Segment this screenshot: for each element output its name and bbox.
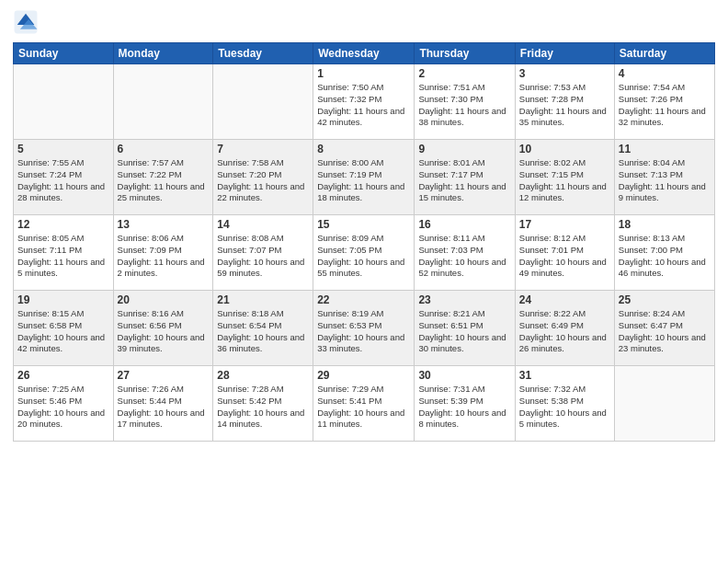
calendar-cell: 27Sunrise: 7:26 AM Sunset: 5:44 PM Dayli…: [113, 366, 213, 442]
day-number: 23: [418, 293, 510, 306]
day-number: 31: [519, 369, 610, 382]
day-number: 12: [17, 218, 109, 231]
calendar-cell: 26Sunrise: 7:25 AM Sunset: 5:46 PM Dayli…: [14, 366, 114, 442]
day-number: 27: [118, 369, 210, 382]
weekday-header-sunday: Sunday: [14, 43, 114, 64]
calendar-cell: 17Sunrise: 8:12 AM Sunset: 7:01 PM Dayli…: [515, 215, 614, 291]
calendar-cell: 20Sunrise: 8:16 AM Sunset: 6:56 PM Dayli…: [113, 291, 213, 366]
day-info: Sunrise: 8:12 AM Sunset: 7:01 PM Dayligh…: [519, 233, 610, 280]
day-info: Sunrise: 8:13 AM Sunset: 7:00 PM Dayligh…: [619, 233, 711, 280]
calendar-cell: 21Sunrise: 8:18 AM Sunset: 6:54 PM Dayli…: [213, 291, 313, 366]
calendar-cell: 11Sunrise: 8:04 AM Sunset: 7:13 PM Dayli…: [614, 140, 714, 215]
calendar-cell: 16Sunrise: 8:11 AM Sunset: 7:03 PM Dayli…: [415, 215, 515, 291]
weekday-header-thursday: Thursday: [415, 43, 515, 64]
calendar-cell: 24Sunrise: 8:22 AM Sunset: 6:49 PM Dayli…: [515, 291, 614, 366]
calendar-cell: 15Sunrise: 8:09 AM Sunset: 7:05 PM Dayli…: [313, 215, 415, 291]
day-number: 9: [418, 143, 510, 155]
day-number: 30: [418, 369, 510, 382]
day-info: Sunrise: 8:00 AM Sunset: 7:19 PM Dayligh…: [317, 157, 410, 204]
day-number: 25: [619, 293, 711, 306]
calendar-week-row: 5Sunrise: 7:55 AM Sunset: 7:24 PM Daylig…: [14, 140, 715, 215]
weekday-header-saturday: Saturday: [614, 43, 714, 64]
day-info: Sunrise: 8:06 AM Sunset: 7:09 PM Dayligh…: [118, 233, 210, 280]
day-number: 11: [619, 143, 711, 155]
day-number: 4: [619, 67, 711, 80]
day-info: Sunrise: 8:01 AM Sunset: 7:17 PM Dayligh…: [418, 157, 510, 204]
day-info: Sunrise: 8:19 AM Sunset: 6:53 PM Dayligh…: [317, 308, 410, 355]
calendar-cell: [14, 64, 114, 140]
weekday-header-monday: Monday: [113, 43, 213, 64]
day-info: Sunrise: 7:28 AM Sunset: 5:42 PM Dayligh…: [217, 384, 309, 431]
calendar-cell: 18Sunrise: 8:13 AM Sunset: 7:00 PM Dayli…: [614, 215, 714, 291]
calendar-cell: 30Sunrise: 7:31 AM Sunset: 5:39 PM Dayli…: [415, 366, 515, 442]
day-number: 22: [317, 293, 410, 306]
calendar-cell: 23Sunrise: 8:21 AM Sunset: 6:51 PM Dayli…: [415, 291, 515, 366]
calendar-cell: 25Sunrise: 8:24 AM Sunset: 6:47 PM Dayli…: [614, 291, 714, 366]
calendar-cell: 8Sunrise: 8:00 AM Sunset: 7:19 PM Daylig…: [313, 140, 415, 215]
day-info: Sunrise: 8:24 AM Sunset: 6:47 PM Dayligh…: [619, 308, 711, 355]
day-number: 5: [17, 143, 109, 155]
day-info: Sunrise: 8:09 AM Sunset: 7:05 PM Dayligh…: [317, 233, 410, 280]
day-info: Sunrise: 8:05 AM Sunset: 7:11 PM Dayligh…: [17, 233, 109, 280]
day-info: Sunrise: 7:32 AM Sunset: 5:38 PM Dayligh…: [519, 384, 610, 431]
day-number: 16: [418, 218, 510, 231]
calendar-cell: [614, 366, 714, 442]
day-info: Sunrise: 8:22 AM Sunset: 6:49 PM Dayligh…: [519, 308, 610, 355]
day-info: Sunrise: 7:57 AM Sunset: 7:22 PM Dayligh…: [118, 157, 210, 204]
calendar-cell: 2Sunrise: 7:51 AM Sunset: 7:30 PM Daylig…: [415, 64, 515, 140]
day-number: 3: [519, 67, 610, 80]
day-number: 24: [519, 293, 610, 306]
day-info: Sunrise: 7:50 AM Sunset: 7:32 PM Dayligh…: [317, 82, 410, 129]
day-info: Sunrise: 8:11 AM Sunset: 7:03 PM Dayligh…: [418, 233, 510, 280]
calendar-cell: 31Sunrise: 7:32 AM Sunset: 5:38 PM Dayli…: [515, 366, 614, 442]
header: [13, 9, 715, 35]
weekday-header-tuesday: Tuesday: [213, 43, 313, 64]
calendar-cell: 5Sunrise: 7:55 AM Sunset: 7:24 PM Daylig…: [14, 140, 114, 215]
day-number: 21: [217, 293, 309, 306]
day-info: Sunrise: 7:54 AM Sunset: 7:26 PM Dayligh…: [619, 82, 711, 129]
day-number: 13: [118, 218, 210, 231]
day-number: 10: [519, 143, 610, 155]
day-number: 28: [217, 369, 309, 382]
day-number: 20: [118, 293, 210, 306]
calendar-cell: 14Sunrise: 8:08 AM Sunset: 7:07 PM Dayli…: [213, 215, 313, 291]
calendar-cell: 10Sunrise: 8:02 AM Sunset: 7:15 PM Dayli…: [515, 140, 614, 215]
calendar-cell: 19Sunrise: 8:15 AM Sunset: 6:58 PM Dayli…: [14, 291, 114, 366]
day-number: 7: [217, 143, 309, 155]
calendar-cell: 7Sunrise: 7:58 AM Sunset: 7:20 PM Daylig…: [213, 140, 313, 215]
day-number: 8: [317, 143, 410, 155]
calendar-cell: 6Sunrise: 7:57 AM Sunset: 7:22 PM Daylig…: [113, 140, 213, 215]
weekday-header-wednesday: Wednesday: [313, 43, 415, 64]
day-number: 1: [317, 67, 410, 80]
day-info: Sunrise: 7:29 AM Sunset: 5:41 PM Dayligh…: [317, 384, 410, 431]
calendar-cell: [113, 64, 213, 140]
calendar-week-row: 1Sunrise: 7:50 AM Sunset: 7:32 PM Daylig…: [14, 64, 715, 140]
day-number: 18: [619, 218, 711, 231]
calendar-cell: 3Sunrise: 7:53 AM Sunset: 7:28 PM Daylig…: [515, 64, 614, 140]
day-number: 15: [317, 218, 410, 231]
calendar-week-row: 12Sunrise: 8:05 AM Sunset: 7:11 PM Dayli…: [14, 215, 715, 291]
day-info: Sunrise: 8:21 AM Sunset: 6:51 PM Dayligh…: [418, 308, 510, 355]
day-number: 2: [418, 67, 510, 80]
day-number: 26: [17, 369, 109, 382]
calendar-cell: 9Sunrise: 8:01 AM Sunset: 7:17 PM Daylig…: [415, 140, 515, 215]
calendar-cell: 12Sunrise: 8:05 AM Sunset: 7:11 PM Dayli…: [14, 215, 114, 291]
calendar-cell: 1Sunrise: 7:50 AM Sunset: 7:32 PM Daylig…: [313, 64, 415, 140]
day-info: Sunrise: 7:55 AM Sunset: 7:24 PM Dayligh…: [17, 157, 109, 204]
day-info: Sunrise: 7:51 AM Sunset: 7:30 PM Dayligh…: [418, 82, 510, 129]
day-info: Sunrise: 8:16 AM Sunset: 6:56 PM Dayligh…: [118, 308, 210, 355]
day-info: Sunrise: 8:08 AM Sunset: 7:07 PM Dayligh…: [217, 233, 309, 280]
calendar-week-row: 19Sunrise: 8:15 AM Sunset: 6:58 PM Dayli…: [14, 291, 715, 366]
weekday-header-row: SundayMondayTuesdayWednesdayThursdayFrid…: [14, 43, 715, 64]
day-number: 14: [217, 218, 309, 231]
calendar-table: SundayMondayTuesdayWednesdayThursdayFrid…: [13, 42, 715, 442]
logo-icon: [13, 9, 39, 35]
day-info: Sunrise: 7:53 AM Sunset: 7:28 PM Dayligh…: [519, 82, 610, 129]
day-info: Sunrise: 8:15 AM Sunset: 6:58 PM Dayligh…: [17, 308, 109, 355]
day-info: Sunrise: 7:58 AM Sunset: 7:20 PM Dayligh…: [217, 157, 309, 204]
calendar-week-row: 26Sunrise: 7:25 AM Sunset: 5:46 PM Dayli…: [14, 366, 715, 442]
calendar-cell: 13Sunrise: 8:06 AM Sunset: 7:09 PM Dayli…: [113, 215, 213, 291]
day-number: 29: [317, 369, 410, 382]
page: SundayMondayTuesdayWednesdayThursdayFrid…: [0, 0, 728, 563]
day-info: Sunrise: 7:26 AM Sunset: 5:44 PM Dayligh…: [118, 384, 210, 431]
